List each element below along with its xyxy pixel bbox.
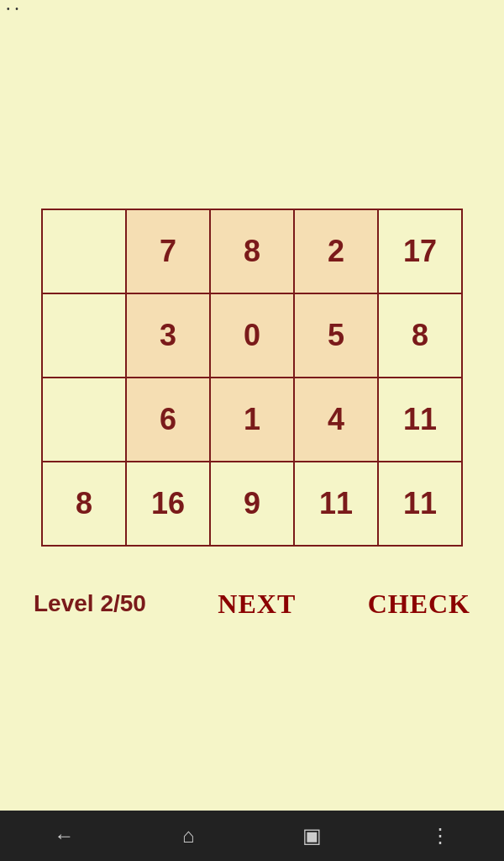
cell-r0-c1[interactable]: 7 (126, 209, 210, 293)
cell-r3-c2[interactable]: 9 (210, 462, 294, 546)
recents-button[interactable] (302, 824, 322, 848)
cell-r1-c1[interactable]: 3 (126, 293, 210, 378)
cell-r2-c4[interactable]: 11 (378, 378, 462, 462)
grid-container: 7821730586141181691111 (41, 209, 463, 547)
cell-r0-c4[interactable]: 17 (378, 209, 462, 293)
status-bar: • • (0, 0, 504, 17)
cell-r3-c3[interactable]: 11 (294, 462, 378, 546)
back-button[interactable] (54, 824, 74, 848)
cell-r3-c0[interactable]: 8 (42, 462, 126, 546)
more-button[interactable] (430, 824, 450, 848)
status-dots: • • (7, 4, 20, 13)
cell-r0-c2[interactable]: 8 (210, 209, 294, 293)
check-button[interactable]: CHECK (368, 589, 470, 620)
main-content: 7821730586141181691111 Level 2/50 NEXT C… (0, 17, 504, 861)
cell-r1-c2[interactable]: 0 (210, 293, 294, 378)
cell-r2-c1[interactable]: 6 (126, 378, 210, 462)
cell-r2-c0[interactable] (42, 378, 126, 462)
cell-r0-c0[interactable] (42, 209, 126, 293)
cell-r1-c3[interactable]: 5 (294, 293, 378, 378)
level-indicator: Level 2/50 (34, 590, 146, 617)
bottom-navigation (0, 811, 504, 861)
cell-r2-c3[interactable]: 4 (294, 378, 378, 462)
next-button[interactable]: NEXT (218, 589, 296, 620)
puzzle-grid: 7821730586141181691111 (41, 209, 463, 547)
cell-r1-c0[interactable] (42, 293, 126, 378)
cell-r3-c4[interactable]: 11 (378, 462, 462, 546)
cell-r2-c2[interactable]: 1 (210, 378, 294, 462)
home-button[interactable] (182, 824, 195, 848)
bottom-controls: Level 2/50 NEXT CHECK (34, 589, 470, 620)
cell-r0-c3[interactable]: 2 (294, 209, 378, 293)
cell-r1-c4[interactable]: 8 (378, 293, 462, 378)
cell-r3-c1[interactable]: 16 (126, 462, 210, 546)
